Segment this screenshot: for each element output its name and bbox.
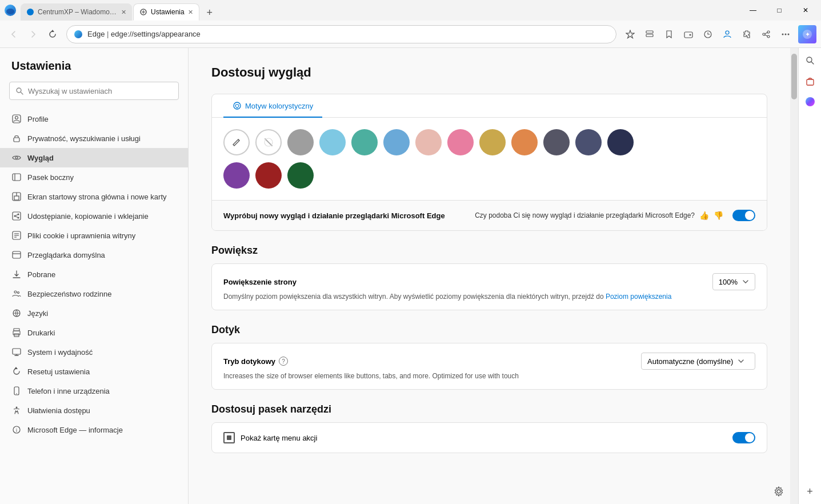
- svg-line-68: [811, 62, 814, 64]
- motyw-tab-label: Motyw kolorystyczny: [245, 102, 313, 110]
- pasek-toggle[interactable]: [732, 432, 755, 443]
- copilot-main-button[interactable]: ✦: [798, 25, 816, 43]
- sidebar-item-udostepnianie[interactable]: Udostępianie, kopiowanie i wklejanie: [0, 206, 188, 226]
- thumbs-up-icon[interactable]: 👍: [699, 211, 709, 220]
- sidebar-item-system[interactable]: System i wydajność: [0, 342, 188, 362]
- close-button[interactable]: ✕: [792, 1, 819, 19]
- new-look-toggle[interactable]: [732, 210, 755, 221]
- collections-button[interactable]: [640, 25, 659, 43]
- thumbs-down-icon[interactable]: 👎: [714, 211, 723, 220]
- color-dark-navy[interactable]: [607, 129, 634, 155]
- color-dark-blue-gray[interactable]: [575, 129, 602, 155]
- tab-motyw[interactable]: Motyw kolorystyczny: [223, 94, 322, 117]
- copilot-panel-search[interactable]: [802, 53, 818, 69]
- svg-point-67: [807, 57, 812, 62]
- color-dark-green[interactable]: [287, 162, 314, 189]
- copilot-panel-add[interactable]: +: [802, 483, 818, 499]
- color-teal[interactable]: [351, 129, 378, 155]
- address-bar[interactable]: Edge | edge://settings/appearance: [66, 25, 616, 43]
- pasek-header: Dostosuj pasek narzędzi: [211, 403, 767, 415]
- color-pink[interactable]: [447, 129, 474, 155]
- wallet-button[interactable]: [679, 25, 698, 43]
- tab1-close[interactable]: ✕: [121, 9, 126, 16]
- maximize-button[interactable]: □: [766, 1, 792, 19]
- sidebar-item-pasek[interactable]: Pasek boczny: [0, 167, 188, 187]
- sidebar-item-ulatwienia[interactable]: Ułatwienia dostępu: [0, 401, 188, 420]
- svg-text:✦: ✦: [805, 31, 810, 38]
- new-look-row: Wypróbuj nowy wygląd i działanie przeglą…: [212, 200, 767, 230]
- profile-button[interactable]: [718, 25, 736, 43]
- svg-point-60: [16, 407, 18, 409]
- color-none[interactable]: [255, 129, 282, 155]
- color-pencil[interactable]: [223, 129, 250, 155]
- color-pink-light[interactable]: [415, 129, 442, 155]
- color-purple[interactable]: [223, 162, 250, 189]
- color-dark-gray[interactable]: [543, 129, 570, 155]
- svg-rect-34: [13, 212, 21, 220]
- powieksz-desc: Domyślny poziom powiększenia dla wszystk…: [223, 293, 604, 301]
- refresh-button[interactable]: [43, 25, 62, 43]
- sidebar-item-privacy[interactable]: Prywatność, wyszukiwanie i usługi: [0, 129, 188, 148]
- tab-inactive[interactable]: CentrumXP – Wiadomości ze świ... ✕: [21, 3, 132, 21]
- svg-point-27: [15, 117, 18, 119]
- phone-icon: [11, 386, 22, 396]
- scrollbar-thumb[interactable]: [791, 54, 797, 99]
- more-button[interactable]: [776, 25, 795, 43]
- person-icon: [11, 114, 22, 124]
- extensions-button[interactable]: [738, 25, 756, 43]
- search-box[interactable]: [9, 82, 179, 100]
- sidebar-item-resetuj[interactable]: Resetuj ustawienia: [0, 362, 188, 381]
- sidebar-item-przegladarka[interactable]: Przeglądarka domyślna: [0, 245, 188, 265]
- sidebar-item-jezyki[interactable]: Języki: [0, 303, 188, 323]
- dotyk-dropdown[interactable]: Automatyczne (domyślne): [641, 353, 755, 370]
- share-button[interactable]: [757, 25, 775, 43]
- color-dark-red[interactable]: [255, 162, 282, 189]
- svg-point-19: [782, 33, 784, 35]
- copilot-panel-bag[interactable]: [802, 73, 818, 89]
- sidebar-item-pobrane[interactable]: Pobrane: [0, 265, 188, 284]
- scrollbar[interactable]: [790, 48, 798, 504]
- powieksz-link[interactable]: Poziom powiększenia: [606, 293, 671, 301]
- sidebar-item-profile-label: Profile: [27, 115, 49, 123]
- sidebar-item-wyglad[interactable]: Wygląd: [0, 148, 188, 167]
- svg-point-71: [777, 490, 780, 493]
- sidebar-item-informacje[interactable]: i Microsoft Edge — informacje: [0, 420, 188, 439]
- color-teal-light[interactable]: [319, 129, 346, 155]
- color-gray[interactable]: [287, 129, 314, 155]
- svg-point-2: [27, 9, 34, 15]
- sidebar-item-drukarki[interactable]: Drukarki: [0, 323, 188, 342]
- sidebar-item-profile[interactable]: Profile: [0, 109, 188, 129]
- search-input[interactable]: [28, 87, 173, 95]
- settings-gear-corner[interactable]: [771, 483, 787, 499]
- sidebar-item-telefon[interactable]: Telefon i inne urządzenia: [0, 381, 188, 401]
- sidebar-item-ekran[interactable]: Ekran startowy strona główna i nowe kart…: [0, 187, 188, 206]
- sidebar-item-bezpieczenstwo[interactable]: Bezpieczeństwo rodzinne: [0, 284, 188, 303]
- tab2-close[interactable]: ✕: [188, 9, 193, 16]
- tab-active[interactable]: Ustawienia ✕: [133, 3, 199, 21]
- copilot-panel-copilot[interactable]: [802, 94, 818, 110]
- sidebar-item-telefon-label: Telefon i inne urządzenia: [27, 387, 110, 395]
- favorites-button[interactable]: [621, 25, 639, 43]
- svg-rect-51: [14, 329, 19, 331]
- system-icon: [11, 347, 22, 357]
- svg-point-29: [15, 157, 18, 159]
- add-tab-button[interactable]: +: [202, 5, 218, 21]
- powieksz-dropdown[interactable]: 100%: [712, 273, 755, 290]
- minimize-button[interactable]: —: [740, 1, 766, 19]
- color-yellow[interactable]: [479, 129, 506, 155]
- svg-line-64: [238, 139, 239, 141]
- forward-button[interactable]: [24, 25, 42, 43]
- sidebar-item-pliki[interactable]: Pliki cookie i uprawnienia witryny: [0, 226, 188, 245]
- history-button[interactable]: [699, 25, 717, 43]
- language-icon: [11, 308, 22, 318]
- svg-line-39: [15, 217, 18, 217]
- svg-point-15: [763, 33, 765, 35]
- bookmarks-button[interactable]: [660, 25, 678, 43]
- back-button[interactable]: [5, 25, 23, 43]
- sidebar-item-pasek-label: Pasek boczny: [27, 173, 74, 182]
- help-icon[interactable]: ?: [279, 357, 288, 366]
- powieksz-card: Powiększenie strony 100% Domyślny poziom…: [211, 263, 767, 310]
- svg-rect-28: [14, 138, 19, 142]
- color-orange[interactable]: [511, 129, 538, 155]
- color-blue[interactable]: [383, 129, 410, 155]
